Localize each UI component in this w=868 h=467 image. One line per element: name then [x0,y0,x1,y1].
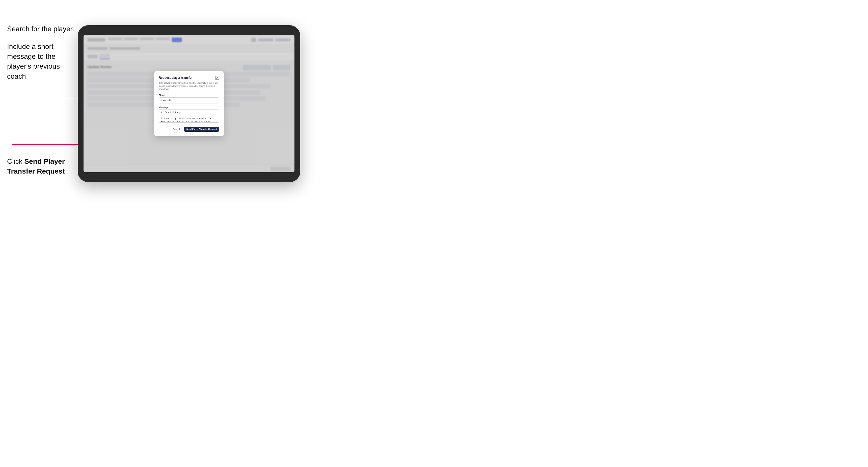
modal-header: Request player transfer ✕ [159,76,219,80]
request-transfer-modal: Request player transfer ✕ If the player … [154,71,224,136]
annotation-click: Click Send PlayerTransfer Request [7,156,75,176]
annotation-message: Include a short message to the player's … [7,42,75,81]
send-transfer-button[interactable]: Send Player Transfer Request [184,127,219,132]
tablet-device: Update Roster [78,25,300,182]
tablet-screen: Update Roster [84,35,294,172]
player-label: Player [159,94,219,96]
modal-overlay: Request player transfer ✕ If the player … [84,35,294,172]
modal-title: Request player transfer [159,76,192,80]
annotation-search: Search for the player. [7,24,74,34]
modal-close-button[interactable]: ✕ [215,76,219,80]
modal-footer: Cancel Send Player Transfer Request [159,127,219,132]
modal-description: If the player is transferring from anoth… [159,82,219,91]
message-label: Message [159,106,219,108]
message-textarea[interactable]: Hi Coach McHarg, Please accept this tran… [159,110,219,123]
cancel-button[interactable]: Cancel [171,127,182,131]
player-input[interactable] [159,97,219,103]
